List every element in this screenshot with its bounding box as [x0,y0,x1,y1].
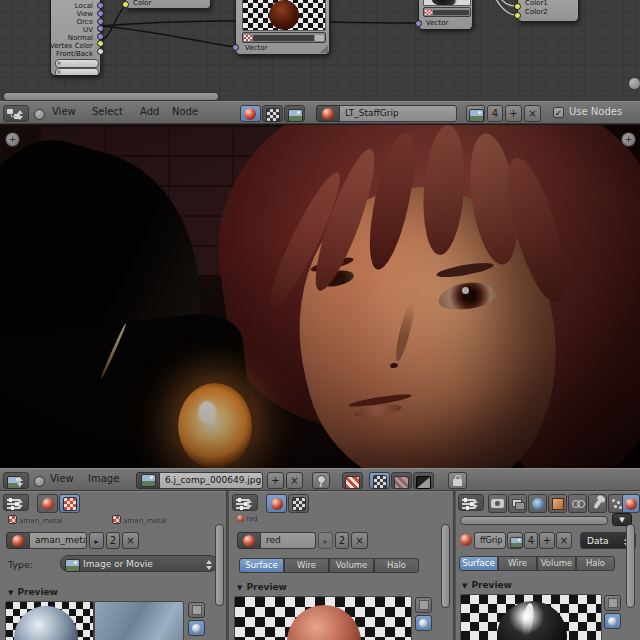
new-image-button[interactable]: + [267,472,284,489]
tab-material[interactable] [266,494,287,513]
material-users-button[interactable]: 4 [524,532,538,549]
editor-type-button-properties[interactable] [232,494,258,511]
tree-type-compositing-button[interactable] [284,105,305,122]
browse-material-button[interactable]: ▸ [318,532,333,549]
unlink-id-button[interactable]: × [524,105,541,122]
panel-scrollbar[interactable] [441,524,450,608]
mode-surface-button[interactable]: Surface [239,558,284,573]
new-material-button[interactable]: + [539,532,555,549]
menu-view[interactable]: View [52,106,76,117]
tree-type-material-button[interactable] [240,105,261,122]
draw-rgba-button[interactable] [369,472,390,489]
menu-select[interactable]: Select [92,106,123,117]
preview-panel-header[interactable]: ▼Preview [462,580,512,590]
preview-flat-button[interactable] [604,595,621,611]
uv-layer-field[interactable] [55,59,99,68]
breadcrumb-item[interactable]: aman_metal [8,515,63,525]
image-viewport[interactable]: + + [0,124,640,470]
socket-front-back[interactable] [97,48,104,55]
socket-color1[interactable] [514,3,521,10]
unlink-material-button[interactable]: × [351,532,368,549]
editor-type-button-properties[interactable] [458,494,484,511]
tab-texture[interactable] [59,494,80,513]
texture-id-unlink[interactable] [315,35,324,41]
texture-node-preview[interactable]: Vector [235,0,330,55]
unlink-material-button[interactable]: × [556,532,572,549]
mode-wire-button[interactable]: Wire [284,558,329,573]
node-editor-viewport[interactable]: Local View Orco UV Normal Vertex Color F… [0,0,640,101]
mode-halo-button[interactable]: Halo [374,558,419,573]
update-lock-button[interactable] [448,472,467,489]
tab-world[interactable] [528,494,547,513]
preview-sphere-button[interactable] [188,620,205,636]
mix-node[interactable]: Color1 Color2 [517,0,579,22]
tab-material[interactable] [37,494,58,513]
unlink-image-button[interactable]: × [286,472,303,489]
new-id-button[interactable]: + [505,105,522,122]
menu-view[interactable]: View [50,473,74,484]
socket-orco[interactable] [97,18,104,25]
image-id-iconbox[interactable] [136,472,160,489]
socket-color-input[interactable] [122,1,129,8]
tab-material[interactable] [622,494,640,513]
pin-button[interactable] [312,472,330,489]
texture-node-ref[interactable]: Vector [418,0,473,30]
texture-datablock-row[interactable] [242,32,326,43]
users-count-button[interactable]: 4 [487,105,503,122]
socket-view[interactable] [97,10,104,17]
material-users-button[interactable]: 2 [335,532,349,549]
tab-constraints[interactable] [568,494,587,513]
vertex-color-layer-field[interactable] [55,68,99,76]
node-editor-vscroll-widget[interactable] [628,77,640,90]
mode-wire-button[interactable]: Wire [498,556,537,571]
mode-volume-button[interactable]: Volume [329,558,374,573]
mode-halo-button[interactable]: Halo [576,556,615,571]
tab-render-layers[interactable] [508,494,527,513]
socket-vector-b[interactable] [415,20,422,27]
tree-type-texture-button[interactable] [262,105,283,122]
node-resize-grip[interactable] [320,45,328,53]
texture-users-button[interactable]: 2 [106,532,120,549]
browse-image-button[interactable] [466,105,485,122]
preview-panel-header[interactable]: ▼Preview [237,582,287,592]
breadcrumb-item[interactable]: aman_metal [112,515,167,525]
draw-zbuffer-button[interactable] [413,472,434,489]
tab-render[interactable] [488,494,507,513]
draw-alpha-button[interactable] [391,472,412,489]
editor-type-button-properties[interactable] [3,494,29,511]
panel-hscrollbar[interactable] [460,516,608,525]
socket-color2[interactable] [514,12,521,19]
socket-vertex-color[interactable] [97,40,104,47]
header-menu-collapse-icon[interactable] [34,109,45,120]
geometry-node[interactable]: Local View Orco UV Normal Vertex Color F… [50,0,101,76]
material-node-fragment[interactable]: Color [125,0,211,9]
use-nodes-checkbox[interactable]: ✓ [553,107,564,118]
material-name-field[interactable]: red [260,532,316,549]
material-id-iconbox[interactable] [237,532,261,549]
material-name-field[interactable]: ffGrip [474,532,506,549]
browse-material-button[interactable] [507,532,523,549]
preview-sphere-button[interactable] [604,613,621,629]
image-name-field[interactable]: 6.j_comp_000649.jpg [159,472,263,489]
preview-panel-header[interactable]: ▼Preview [8,587,58,597]
region-corner-widget-left[interactable]: + [5,132,20,147]
mode-volume-button[interactable]: Volume [537,556,576,571]
material-name-field[interactable]: LT_StaffGrip [339,105,457,122]
material-id-iconbox[interactable] [316,105,340,122]
tab-particles[interactable] [608,494,622,513]
texture-type-dropdown[interactable]: Image or Movie [60,555,218,572]
header-menu-collapse-icon[interactable] [34,476,45,487]
tab-texture[interactable] [288,494,309,513]
menu-node[interactable]: Node [172,106,198,117]
node-editor-hscrollbar[interactable] [3,92,219,101]
browse-texture-button[interactable]: ▸ [89,532,104,549]
breadcrumb-item[interactable]: red [237,515,258,523]
socket-local[interactable] [97,2,104,9]
preview-flat-button[interactable] [188,602,205,618]
preview-flat-button[interactable] [415,597,432,613]
panel-scrollbar[interactable] [626,524,635,608]
region-corner-widget-right[interactable]: + [621,132,636,147]
editor-type-button-image[interactable] [3,472,29,489]
socket-normal[interactable] [97,33,104,40]
tab-object[interactable] [548,494,567,513]
